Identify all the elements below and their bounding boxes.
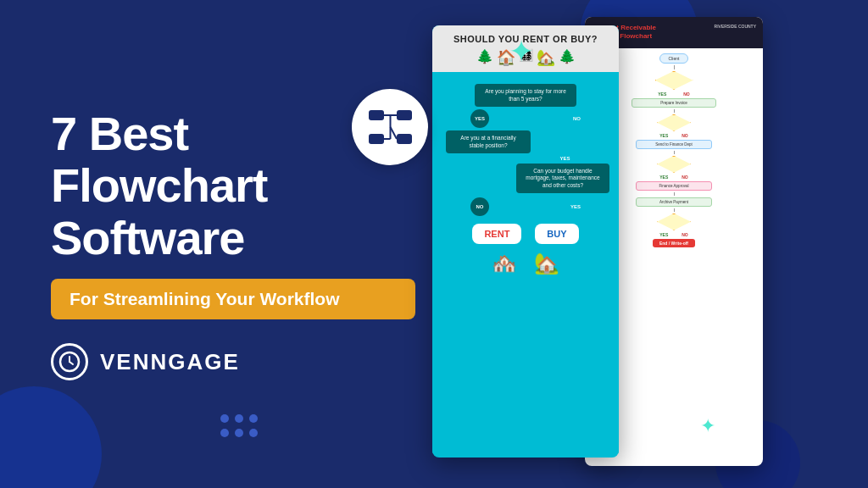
no-label-2: NO	[470, 197, 489, 216]
fc2-line-3	[674, 151, 675, 154]
fc-question-1: Are you planning to stay for more than 5…	[475, 84, 576, 107]
fc2-line-5	[674, 208, 675, 212]
subtitle-badge: For Streamlining Your Workflow	[51, 279, 415, 319]
house-icon-2: 🏡	[537, 48, 555, 67]
flowchart-diagram-icon	[367, 108, 414, 147]
fc2-line-4	[674, 192, 675, 196]
yes-label-2: YES	[559, 156, 570, 161]
fc2-line-1	[674, 65, 675, 69]
buy-house-icon: 🏡	[534, 252, 559, 275]
fc2-node-1: Prepare Invoice	[632, 98, 716, 108]
fc2-client-node: Client	[659, 53, 689, 64]
card1-body: Are you planning to stay for more than 5…	[432, 72, 619, 453]
svg-rect-2	[369, 134, 384, 144]
rent-house-icon: 🏘️	[492, 252, 517, 275]
svg-rect-0	[369, 110, 384, 120]
buy-result: BUY	[535, 224, 578, 244]
fc-question-3: Can your budget handle mortgage, taxes, …	[516, 164, 609, 193]
right-section: SHOULD YOU RENT OR BUY? 🌲 🏠 👨‍👩‍👧‍👦 🏡 🌲 …	[458, 0, 868, 488]
venngage-logo-icon	[51, 343, 88, 380]
preview-card-rent-or-buy: SHOULD YOU RENT OR BUY? 🌲 🏠 👨‍👩‍👧‍👦 🏡 🌲 …	[432, 25, 619, 458]
fc2-line-2	[674, 109, 675, 113]
fc2-yes-2: YES	[659, 133, 668, 138]
yes-label-3: YES	[570, 204, 581, 209]
fc2-node-2: Send to Finance Dept	[636, 140, 712, 149]
fc-question-2: Are you at a financially stable position…	[446, 130, 531, 153]
svg-rect-1	[397, 110, 412, 120]
fc2-node-4: Archive Payment	[636, 197, 712, 207]
logo-name: VENNGAGE	[100, 349, 240, 375]
fc2-yes-4: YES	[659, 232, 668, 237]
card2-org: RIVERSIDE COUNTY	[715, 24, 756, 30]
content-wrapper: 7 Best Flowchart Software For Streamlini…	[0, 0, 868, 488]
fc2-no-4: NO	[682, 232, 688, 237]
fc2-diamond-3	[657, 156, 691, 173]
star-large-icon: ✦	[509, 34, 534, 69]
fc2-node-3: Finance Approval	[636, 181, 712, 191]
no-label-1: NO	[573, 116, 581, 121]
fc2-diamond-4	[657, 214, 691, 230]
svg-line-10	[70, 362, 73, 364]
fc2-yes-1: YES	[658, 92, 666, 97]
fc2-no-3: NO	[682, 175, 688, 180]
fc2-diamond-1	[655, 71, 693, 90]
svg-line-7	[390, 127, 397, 139]
logo-row: VENNGAGE	[51, 343, 415, 380]
clock-icon	[58, 351, 81, 373]
star-small-icon: ✦	[700, 415, 715, 437]
rent-result: RENT	[472, 224, 521, 244]
fc2-yes-3: YES	[659, 175, 668, 180]
fc2-no-1: NO	[683, 92, 690, 97]
tree-icon-1: 🌲	[476, 48, 493, 67]
fc2-end-node: End / Write-off	[653, 239, 695, 247]
fc2-diamond-2	[657, 114, 691, 131]
tree-icon-2: 🌲	[559, 48, 576, 67]
fc2-no-2: NO	[682, 133, 688, 138]
flowchart-icon-circle	[352, 89, 428, 165]
yes-label-1: YES	[470, 109, 489, 128]
svg-rect-3	[397, 134, 412, 144]
